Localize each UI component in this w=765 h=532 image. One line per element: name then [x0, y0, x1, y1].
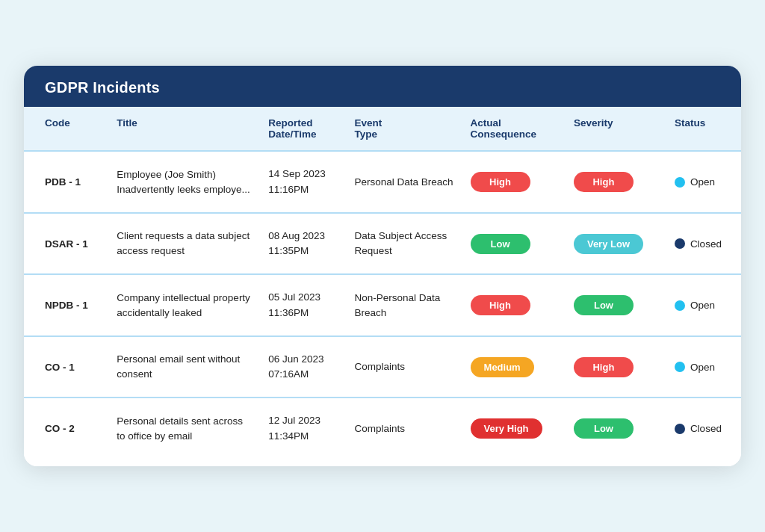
col-header-status: Status — [667, 107, 741, 151]
cell-title: Personal email sent without consent — [109, 336, 261, 398]
cell-title: Client requests a data subject access re… — [109, 213, 261, 275]
table-head: Code Title ReportedDate/Time EventType A… — [24, 107, 741, 151]
status-indicator: Closed — [675, 238, 734, 250]
status-indicator: Open — [675, 362, 734, 373]
table-wrapper: Code Title ReportedDate/Time EventType A… — [24, 107, 741, 466]
cell-consequence: Very High — [463, 398, 566, 459]
cell-title: Personal details sent across to office b… — [109, 398, 261, 459]
col-header-code: Code — [24, 107, 109, 151]
cell-reported: 12 Jul 202311:34PM — [261, 398, 347, 459]
cell-code: CO - 2 — [24, 398, 109, 459]
cell-consequence: High — [463, 151, 566, 213]
consequence-badge: Very High — [471, 418, 542, 439]
consequence-badge: High — [471, 172, 530, 192]
cell-event-type: Personal Data Breach — [347, 151, 462, 213]
status-indicator: Closed — [675, 423, 734, 434]
card-header: GDPR Incidents — [24, 66, 741, 107]
col-header-reported: ReportedDate/Time — [261, 107, 347, 151]
cell-severity: High — [566, 151, 667, 213]
cell-code: CO - 1 — [24, 336, 109, 398]
status-dot — [675, 362, 685, 372]
consequence-badge: Low — [471, 234, 530, 254]
cell-consequence: Medium — [463, 336, 566, 398]
col-header-consequence: ActualConsequence — [463, 107, 566, 151]
cell-severity: Very Low — [566, 213, 667, 275]
severity-badge: Low — [574, 418, 634, 439]
gdpr-incidents-card: GDPR Incidents Code Title ReportedDate/T… — [24, 66, 741, 466]
consequence-badge: High — [471, 295, 530, 315]
status-label: Closed — [690, 238, 722, 250]
status-dot — [675, 424, 685, 434]
cell-severity: Low — [566, 274, 667, 336]
cell-consequence: High — [463, 274, 566, 336]
incidents-table: Code Title ReportedDate/Time EventType A… — [24, 107, 741, 459]
table-body: PDB - 1Employee (Joe Smith) Inadvertentl… — [24, 151, 741, 459]
status-indicator: Open — [675, 176, 734, 188]
cell-severity: Low — [566, 398, 667, 459]
cell-status: Closed — [667, 213, 741, 275]
cell-reported: 08 Aug 202311:35PM — [261, 213, 347, 275]
cell-title: Employee (Joe Smith) Inadvertently leeks… — [109, 151, 261, 213]
status-dot — [675, 238, 685, 249]
cell-code: NPDB - 1 — [24, 274, 109, 336]
status-label: Closed — [690, 423, 722, 434]
status-dot — [675, 300, 685, 311]
severity-badge: High — [574, 357, 634, 377]
cell-event-type: Non-Personal Data Breach — [347, 274, 462, 336]
table-header-row: Code Title ReportedDate/Time EventType A… — [24, 107, 741, 151]
table-row: CO - 2Personal details sent across to of… — [24, 398, 741, 459]
cell-code: PDB - 1 — [24, 151, 109, 213]
table-row: PDB - 1Employee (Joe Smith) Inadvertentl… — [24, 151, 741, 213]
cell-status: Open — [667, 151, 741, 213]
cell-consequence: Low — [463, 213, 566, 275]
cell-event-type: Complaints — [347, 398, 462, 459]
col-header-event-type: EventType — [347, 107, 462, 151]
page-title: GDPR Incidents — [45, 79, 720, 96]
cell-event-type: Complaints — [347, 336, 462, 398]
status-label: Open — [690, 362, 715, 373]
status-dot — [675, 177, 685, 188]
severity-badge: Very Low — [574, 234, 643, 254]
cell-title: Company intellectual property accidental… — [109, 274, 261, 336]
cell-code: DSAR - 1 — [24, 213, 109, 275]
cell-severity: High — [566, 336, 667, 398]
cell-reported: 05 Jul 202311:36PM — [261, 274, 347, 336]
cell-reported: 14 Sep 202311:16PM — [261, 151, 347, 213]
severity-badge: High — [574, 172, 634, 192]
status-label: Open — [690, 176, 715, 188]
consequence-badge: Medium — [471, 357, 534, 377]
cell-status: Open — [667, 274, 741, 336]
severity-badge: Low — [574, 295, 634, 315]
table-row: DSAR - 1Client requests a data subject a… — [24, 213, 741, 275]
cell-status: Open — [667, 336, 741, 398]
col-header-title: Title — [109, 107, 261, 151]
cell-status: Closed — [667, 398, 741, 459]
status-label: Open — [690, 300, 715, 311]
col-header-severity: Severity — [566, 107, 667, 151]
table-row: CO - 1Personal email sent without consen… — [24, 336, 741, 398]
table-row: NPDB - 1Company intellectual property ac… — [24, 274, 741, 336]
cell-reported: 06 Jun 202307:16AM — [261, 336, 347, 398]
status-indicator: Open — [675, 300, 734, 311]
cell-event-type: Data Subject Access Request — [347, 213, 462, 275]
